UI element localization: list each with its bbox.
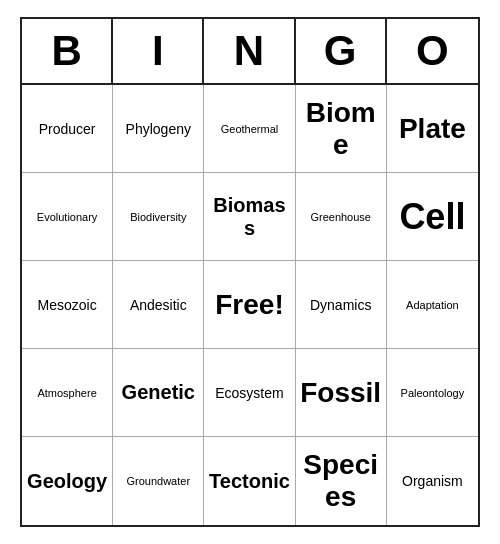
bingo-cell: Fossil xyxy=(296,349,387,437)
bingo-cell: Greenhouse xyxy=(296,173,387,261)
bingo-cell: Mesozoic xyxy=(22,261,113,349)
bingo-cell: Geology xyxy=(22,437,113,525)
bingo-cell: Biodiversity xyxy=(113,173,204,261)
bingo-grid: ProducerPhylogenyGeothermalBiomePlateEvo… xyxy=(22,85,478,525)
header-letter: N xyxy=(204,19,295,83)
header-letter: I xyxy=(113,19,204,83)
bingo-cell: Paleontology xyxy=(387,349,478,437)
bingo-cell: Plate xyxy=(387,85,478,173)
bingo-cell: Organism xyxy=(387,437,478,525)
bingo-cell: Free! xyxy=(204,261,295,349)
bingo-cell: Producer xyxy=(22,85,113,173)
bingo-card: BINGO ProducerPhylogenyGeothermalBiomePl… xyxy=(20,17,480,527)
bingo-cell: Dynamics xyxy=(296,261,387,349)
bingo-cell: Species xyxy=(296,437,387,525)
bingo-cell: Biomass xyxy=(204,173,295,261)
bingo-cell: Cell xyxy=(387,173,478,261)
bingo-cell: Groundwater xyxy=(113,437,204,525)
bingo-cell: Andesitic xyxy=(113,261,204,349)
bingo-cell: Tectonic xyxy=(204,437,295,525)
header-letter: G xyxy=(296,19,387,83)
bingo-cell: Adaptation xyxy=(387,261,478,349)
bingo-cell: Atmosphere xyxy=(22,349,113,437)
bingo-cell: Evolutionary xyxy=(22,173,113,261)
header-letter: O xyxy=(387,19,478,83)
bingo-header: BINGO xyxy=(22,19,478,85)
bingo-cell: Genetic xyxy=(113,349,204,437)
bingo-cell: Phylogeny xyxy=(113,85,204,173)
bingo-cell: Geothermal xyxy=(204,85,295,173)
bingo-cell: Biome xyxy=(296,85,387,173)
header-letter: B xyxy=(22,19,113,83)
bingo-cell: Ecosystem xyxy=(204,349,295,437)
